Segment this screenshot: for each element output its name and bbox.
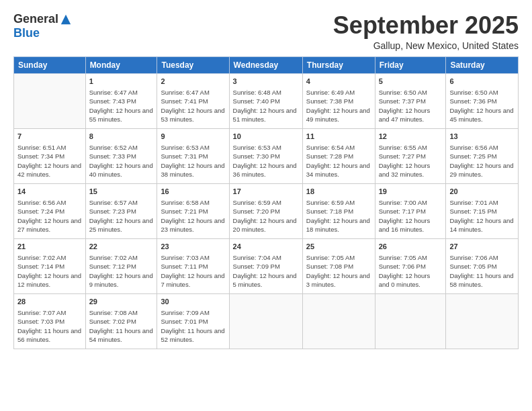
day-number: 13 xyxy=(449,132,515,142)
day-info: Sunrise: 7:02 AM Sunset: 7:12 PM Dayligh… xyxy=(89,253,154,289)
calendar-cell-w3-d7: 20Sunrise: 7:01 AM Sunset: 7:15 PM Dayli… xyxy=(446,183,519,238)
calendar-cell-w5-d4 xyxy=(229,293,302,349)
day-number: 29 xyxy=(89,297,154,307)
header-tuesday: Tuesday xyxy=(157,56,229,73)
header-saturday: Saturday xyxy=(446,56,519,73)
day-info: Sunrise: 7:05 AM Sunset: 7:08 PM Dayligh… xyxy=(306,253,371,289)
svg-marker-0 xyxy=(61,14,71,24)
day-number: 23 xyxy=(161,242,225,252)
title-block: September 2025 Gallup, New Mexico, Unite… xyxy=(333,12,519,51)
day-info: Sunrise: 6:49 AM Sunset: 7:38 PM Dayligh… xyxy=(306,88,371,124)
calendar-header-row: Sunday Monday Tuesday Wednesday Thursday… xyxy=(14,56,519,73)
day-info: Sunrise: 6:53 AM Sunset: 7:30 PM Dayligh… xyxy=(233,143,299,179)
day-number: 27 xyxy=(449,242,515,252)
calendar-cell-w3-d6: 19Sunrise: 7:00 AM Sunset: 7:17 PM Dayli… xyxy=(375,183,446,238)
day-number: 30 xyxy=(161,297,225,307)
location: Gallup, New Mexico, United States xyxy=(333,40,519,51)
day-info: Sunrise: 7:08 AM Sunset: 7:02 PM Dayligh… xyxy=(89,308,154,344)
week-row-1: 1Sunrise: 6:47 AM Sunset: 7:43 PM Daylig… xyxy=(14,73,519,128)
day-info: Sunrise: 6:52 AM Sunset: 7:33 PM Dayligh… xyxy=(89,143,154,179)
day-info: Sunrise: 7:03 AM Sunset: 7:11 PM Dayligh… xyxy=(161,253,225,289)
calendar-cell-w5-d2: 29Sunrise: 7:08 AM Sunset: 7:02 PM Dayli… xyxy=(85,293,157,349)
calendar-cell-w5-d7 xyxy=(446,293,519,349)
calendar-cell-w4-d2: 22Sunrise: 7:02 AM Sunset: 7:12 PM Dayli… xyxy=(85,238,157,293)
day-info: Sunrise: 7:07 AM Sunset: 7:03 PM Dayligh… xyxy=(17,308,82,344)
calendar-cell-w2-d6: 12Sunrise: 6:55 AM Sunset: 7:27 PM Dayli… xyxy=(375,128,446,183)
day-number: 17 xyxy=(233,187,299,197)
calendar-table: Sunday Monday Tuesday Wednesday Thursday… xyxy=(13,56,519,349)
logo-icon xyxy=(60,13,72,26)
day-number: 7 xyxy=(17,132,82,142)
day-info: Sunrise: 6:57 AM Sunset: 7:23 PM Dayligh… xyxy=(89,198,154,234)
day-info: Sunrise: 7:01 AM Sunset: 7:15 PM Dayligh… xyxy=(449,198,515,234)
week-row-2: 7Sunrise: 6:51 AM Sunset: 7:34 PM Daylig… xyxy=(14,128,519,183)
calendar-cell-w3-d2: 15Sunrise: 6:57 AM Sunset: 7:23 PM Dayli… xyxy=(85,183,157,238)
day-info: Sunrise: 6:59 AM Sunset: 7:20 PM Dayligh… xyxy=(233,198,299,234)
main-container: General Blue September 2025 Gallup, New … xyxy=(0,0,532,356)
day-number: 22 xyxy=(89,242,154,252)
day-info: Sunrise: 7:02 AM Sunset: 7:14 PM Dayligh… xyxy=(17,253,82,289)
calendar-cell-w1-d7: 6Sunrise: 6:50 AM Sunset: 7:36 PM Daylig… xyxy=(446,73,519,128)
day-info: Sunrise: 6:54 AM Sunset: 7:28 PM Dayligh… xyxy=(306,143,371,179)
day-info: Sunrise: 6:59 AM Sunset: 7:18 PM Dayligh… xyxy=(306,198,371,234)
header-friday: Friday xyxy=(375,56,446,73)
calendar-cell-w1-d6: 5Sunrise: 6:50 AM Sunset: 7:37 PM Daylig… xyxy=(375,73,446,128)
day-info: Sunrise: 6:56 AM Sunset: 7:25 PM Dayligh… xyxy=(449,143,515,179)
day-info: Sunrise: 6:58 AM Sunset: 7:21 PM Dayligh… xyxy=(161,198,225,234)
day-number: 25 xyxy=(306,242,371,252)
day-number: 24 xyxy=(233,242,299,252)
day-info: Sunrise: 6:50 AM Sunset: 7:36 PM Dayligh… xyxy=(449,88,515,124)
day-number: 20 xyxy=(449,187,515,197)
calendar-cell-w1-d3: 2Sunrise: 6:47 AM Sunset: 7:41 PM Daylig… xyxy=(157,73,229,128)
calendar-cell-w2-d2: 8Sunrise: 6:52 AM Sunset: 7:33 PM Daylig… xyxy=(85,128,157,183)
calendar-cell-w1-d4: 3Sunrise: 6:48 AM Sunset: 7:40 PM Daylig… xyxy=(229,73,302,128)
calendar-cell-w2-d4: 10Sunrise: 6:53 AM Sunset: 7:30 PM Dayli… xyxy=(229,128,302,183)
day-number: 18 xyxy=(306,187,371,197)
logo: General Blue xyxy=(13,12,72,40)
header-thursday: Thursday xyxy=(302,56,375,73)
day-info: Sunrise: 6:48 AM Sunset: 7:40 PM Dayligh… xyxy=(233,88,299,124)
day-number: 8 xyxy=(89,132,154,142)
day-number: 6 xyxy=(449,77,515,87)
header-sunday: Sunday xyxy=(14,56,86,73)
calendar-cell-w3-d3: 16Sunrise: 6:58 AM Sunset: 7:21 PM Dayli… xyxy=(157,183,229,238)
day-info: Sunrise: 6:56 AM Sunset: 7:24 PM Dayligh… xyxy=(17,198,82,234)
calendar-cell-w1-d1 xyxy=(14,73,86,128)
day-number: 26 xyxy=(379,242,443,252)
header-wednesday: Wednesday xyxy=(229,56,302,73)
day-info: Sunrise: 7:00 AM Sunset: 7:17 PM Dayligh… xyxy=(379,198,443,234)
calendar-cell-w2-d1: 7Sunrise: 6:51 AM Sunset: 7:34 PM Daylig… xyxy=(14,128,86,183)
calendar-cell-w4-d7: 27Sunrise: 7:06 AM Sunset: 7:05 PM Dayli… xyxy=(446,238,519,293)
calendar-cell-w2-d3: 9Sunrise: 6:53 AM Sunset: 7:31 PM Daylig… xyxy=(157,128,229,183)
day-info: Sunrise: 7:09 AM Sunset: 7:01 PM Dayligh… xyxy=(161,308,225,344)
calendar-cell-w5-d5 xyxy=(302,293,375,349)
day-info: Sunrise: 6:47 AM Sunset: 7:43 PM Dayligh… xyxy=(89,88,154,124)
month-title: September 2025 xyxy=(333,12,519,39)
day-number: 21 xyxy=(17,242,82,252)
calendar-cell-w3-d1: 14Sunrise: 6:56 AM Sunset: 7:24 PM Dayli… xyxy=(14,183,86,238)
day-info: Sunrise: 7:06 AM Sunset: 7:05 PM Dayligh… xyxy=(449,253,515,289)
calendar-cell-w2-d5: 11Sunrise: 6:54 AM Sunset: 7:28 PM Dayli… xyxy=(302,128,375,183)
day-info: Sunrise: 6:51 AM Sunset: 7:34 PM Dayligh… xyxy=(17,143,82,179)
calendar-cell-w5-d6 xyxy=(375,293,446,349)
calendar-cell-w2-d7: 13Sunrise: 6:56 AM Sunset: 7:25 PM Dayli… xyxy=(446,128,519,183)
logo-general-text: General xyxy=(13,12,58,26)
day-number: 12 xyxy=(379,132,443,142)
calendar-cell-w3-d5: 18Sunrise: 6:59 AM Sunset: 7:18 PM Dayli… xyxy=(302,183,375,238)
day-number: 3 xyxy=(233,77,299,87)
day-info: Sunrise: 7:05 AM Sunset: 7:06 PM Dayligh… xyxy=(379,253,443,289)
day-number: 15 xyxy=(89,187,154,197)
calendar-cell-w3-d4: 17Sunrise: 6:59 AM Sunset: 7:20 PM Dayli… xyxy=(229,183,302,238)
week-row-3: 14Sunrise: 6:56 AM Sunset: 7:24 PM Dayli… xyxy=(14,183,519,238)
logo-blue-text: Blue xyxy=(13,26,40,40)
day-number: 28 xyxy=(17,297,82,307)
calendar-cell-w4-d6: 26Sunrise: 7:05 AM Sunset: 7:06 PM Dayli… xyxy=(375,238,446,293)
day-number: 11 xyxy=(306,132,371,142)
day-info: Sunrise: 6:50 AM Sunset: 7:37 PM Dayligh… xyxy=(379,88,443,124)
week-row-5: 28Sunrise: 7:07 AM Sunset: 7:03 PM Dayli… xyxy=(14,293,519,349)
calendar-cell-w4-d5: 25Sunrise: 7:05 AM Sunset: 7:08 PM Dayli… xyxy=(302,238,375,293)
day-number: 14 xyxy=(17,187,82,197)
calendar-cell-w1-d5: 4Sunrise: 6:49 AM Sunset: 7:38 PM Daylig… xyxy=(302,73,375,128)
header: General Blue September 2025 Gallup, New … xyxy=(13,12,519,51)
calendar-cell-w5-d1: 28Sunrise: 7:07 AM Sunset: 7:03 PM Dayli… xyxy=(14,293,86,349)
